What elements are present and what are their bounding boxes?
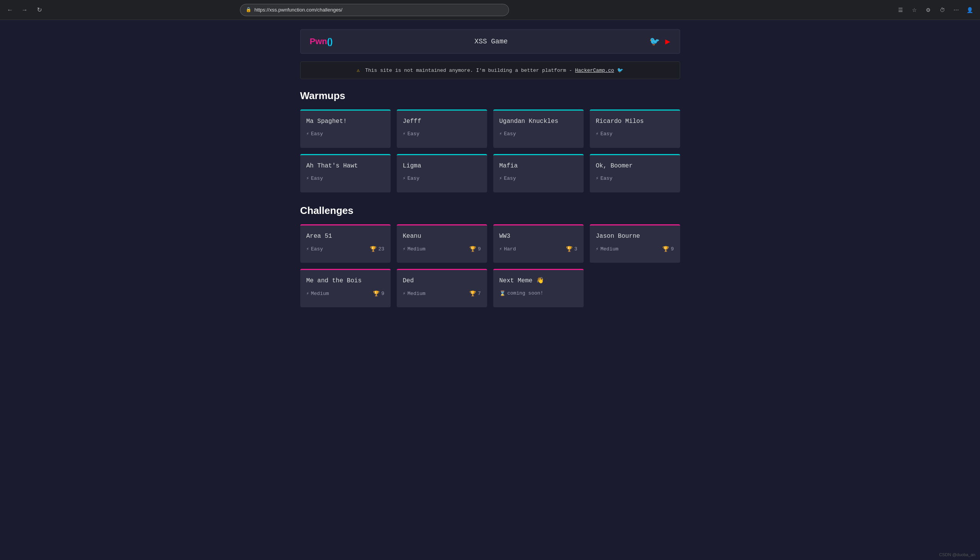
- refresh-button[interactable]: ↻: [34, 5, 45, 15]
- navbar-logo[interactable]: Pwn(): [310, 37, 333, 47]
- bolt-icon: ⚡: [306, 291, 309, 297]
- warmup-card[interactable]: Ok, Boomer ⚡ Easy: [590, 154, 680, 192]
- card-difficulty: ⚡ Medium: [596, 246, 619, 252]
- bolt-icon: ⚡: [403, 131, 406, 137]
- bolt-icon: ⚡: [499, 131, 502, 137]
- difficulty-label: Hard: [504, 246, 516, 252]
- card-title: Next Meme 👋: [499, 277, 577, 285]
- twitter-icon[interactable]: 🐦: [649, 37, 660, 47]
- card-meta: ⚡ Medium 🏆 9: [596, 246, 674, 252]
- extensions-button[interactable]: ⚙: [923, 5, 934, 15]
- challenges-grid: Area 51 ⚡ Easy 🏆 23 Keanu: [300, 224, 680, 307]
- card-meta: ⌛ coming soon!: [499, 290, 577, 297]
- card-meta: ⚡ Easy: [306, 131, 385, 137]
- challenge-card[interactable]: WW3 ⚡ Hard 🏆 3: [493, 224, 584, 263]
- browser-actions: ☰ ☆ ⚙ ⏱ ⋯ 👤: [895, 5, 975, 15]
- card-difficulty: ⚡ Easy: [403, 175, 420, 181]
- section-warmups: Warmups Ma Spaghet! ⚡ Easy Jefff ⚡ Easy …: [300, 90, 680, 192]
- card-title: Keanu: [403, 232, 481, 240]
- card-difficulty: ⚡ Easy: [499, 131, 516, 137]
- trophy-score: 🏆 9: [373, 290, 385, 297]
- bolt-icon: ⚡: [596, 246, 599, 252]
- hackercamp-link[interactable]: HackerCamp.co: [575, 68, 614, 73]
- difficulty-label: Medium: [600, 246, 619, 252]
- back-button[interactable]: ←: [5, 5, 15, 15]
- history-button[interactable]: ⏱: [937, 5, 948, 15]
- url-text: https://xss.pwnfunction.com/challenges/: [254, 7, 343, 13]
- trophy-icon: 🏆: [373, 290, 380, 297]
- difficulty-label: Easy: [600, 131, 612, 137]
- score-label: 23: [378, 246, 385, 252]
- card-difficulty: ⚡ Easy: [499, 175, 516, 181]
- bolt-icon: ⚡: [403, 291, 406, 297]
- card-difficulty: ⚡ Easy: [306, 175, 323, 181]
- difficulty-label: Easy: [311, 246, 323, 252]
- card-difficulty: ⚡ Easy: [596, 175, 612, 181]
- warmup-card[interactable]: Ma Spaghet! ⚡ Easy: [300, 110, 391, 148]
- trophy-icon: 🏆: [370, 246, 376, 252]
- bolt-icon: ⚡: [596, 131, 599, 137]
- card-title: Ricardo Milos: [596, 118, 674, 126]
- trophy-score: 🏆 7: [470, 290, 481, 297]
- card-difficulty: ⚡ Medium: [403, 291, 426, 297]
- card-meta: ⚡ Easy: [596, 175, 674, 181]
- card-title: Jefff: [403, 118, 481, 126]
- challenge-card[interactable]: Area 51 ⚡ Easy 🏆 23: [300, 224, 391, 263]
- challenge-card[interactable]: Jason Bourne ⚡ Medium 🏆 9: [590, 224, 680, 263]
- difficulty-label: Easy: [504, 175, 516, 181]
- card-title: Ded: [403, 277, 481, 285]
- score-label: 9: [671, 246, 674, 252]
- challenge-card[interactable]: Next Meme 👋 ⌛ coming soon!: [493, 269, 584, 307]
- bolt-icon: ⚡: [403, 246, 406, 252]
- card-meta: ⚡ Easy: [499, 131, 577, 137]
- card-difficulty: ⚡ Easy: [306, 131, 323, 137]
- warmup-card[interactable]: Ligma ⚡ Easy: [397, 154, 487, 192]
- warmup-card[interactable]: Mafia ⚡ Easy: [493, 154, 584, 192]
- bolt-icon: ⚡: [306, 131, 309, 137]
- card-meta: ⚡ Hard 🏆 3: [499, 246, 577, 252]
- profile-button[interactable]: 👤: [965, 5, 975, 15]
- notice-banner: ⚠ This site is not maintained anymore. I…: [300, 62, 680, 79]
- challenge-card[interactable]: Me and the Bois ⚡ Medium 🏆 9: [300, 269, 391, 307]
- section-challenges: Challenges Area 51 ⚡ Easy 🏆 23 Keanu: [300, 205, 680, 307]
- card-title: WW3: [499, 232, 577, 240]
- card-title: Mafia: [499, 162, 577, 170]
- forward-button[interactable]: →: [19, 5, 30, 15]
- notice-twitter-icon: 🐦: [617, 68, 623, 73]
- youtube-icon[interactable]: ▶: [665, 37, 670, 47]
- card-difficulty: ⚡ Easy: [306, 246, 323, 252]
- card-meta: ⚡ Easy: [306, 175, 385, 181]
- bolt-icon: ⚡: [499, 246, 502, 252]
- card-title: Ok, Boomer: [596, 162, 674, 170]
- warmup-card[interactable]: Ugandan Knuckles ⚡ Easy: [493, 110, 584, 148]
- difficulty-label: Medium: [311, 291, 329, 297]
- difficulty-label: Medium: [408, 291, 426, 297]
- bolt-icon: ⚡: [306, 175, 309, 181]
- challenge-card[interactable]: Keanu ⚡ Medium 🏆 9: [397, 224, 487, 263]
- more-button[interactable]: ⋯: [951, 5, 962, 15]
- address-bar[interactable]: 🔒 https://xss.pwnfunction.com/challenges…: [240, 4, 509, 16]
- bookmark-button[interactable]: ☆: [909, 5, 920, 15]
- trophy-score: 🏆 9: [470, 246, 481, 252]
- trophy-score: 🏆 9: [662, 246, 674, 252]
- card-meta: ⚡ Medium 🏆 7: [403, 290, 481, 297]
- trophy-icon: 🏆: [566, 246, 572, 252]
- difficulty-label: Easy: [600, 175, 612, 181]
- difficulty-label: Easy: [504, 131, 516, 137]
- notice-text: This site is not maintained anymore. I'm…: [365, 68, 572, 73]
- score-label: 3: [574, 246, 577, 252]
- browser-chrome: ← → ↻ 🔒 https://xss.pwnfunction.com/chal…: [0, 0, 980, 20]
- warmup-card[interactable]: Ah That's Hawt ⚡ Easy: [300, 154, 391, 192]
- warmup-card[interactable]: Jefff ⚡ Easy: [397, 110, 487, 148]
- card-meta: ⚡ Medium 🏆 9: [403, 246, 481, 252]
- logo-parens: (): [327, 37, 333, 46]
- trophy-icon: 🏆: [470, 246, 476, 252]
- difficulty-label: Easy: [311, 131, 323, 137]
- card-meta: ⚡ Medium 🏆 9: [306, 290, 385, 297]
- read-mode-button[interactable]: ☰: [895, 5, 906, 15]
- warmup-card[interactable]: Ricardo Milos ⚡ Easy: [590, 110, 680, 148]
- challenge-card[interactable]: Ded ⚡ Medium 🏆 7: [397, 269, 487, 307]
- score-label: 7: [478, 291, 481, 297]
- navbar-title: XSS Game: [333, 38, 649, 45]
- card-title: Ma Spaghet!: [306, 118, 385, 126]
